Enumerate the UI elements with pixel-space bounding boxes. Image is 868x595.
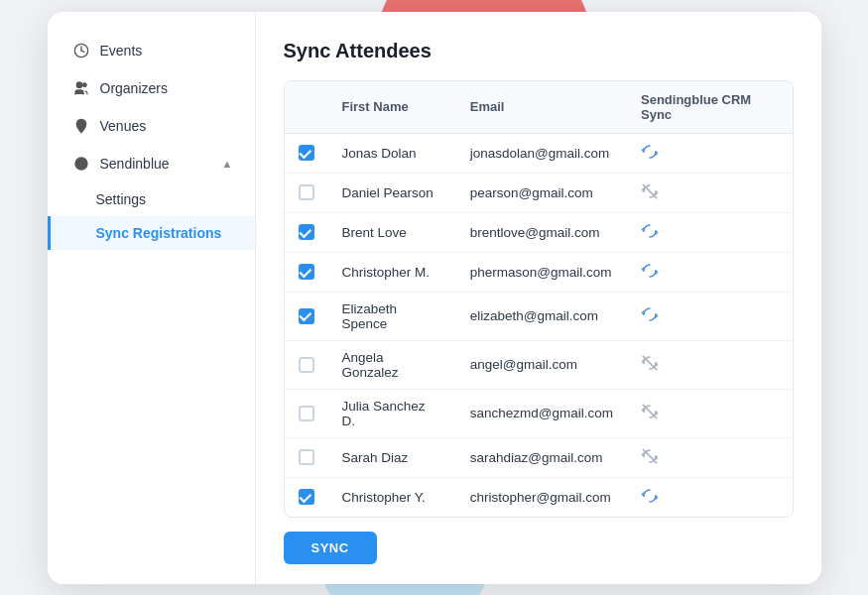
table-row: Sarah Diazsarahdiaz@gmail.com [285, 437, 793, 477]
row-6-email: sanchezmd@gmail.com [456, 389, 627, 437]
checkbox-row-1[interactable] [299, 184, 314, 200]
sidebar-subitem-sync-registrations[interactable]: Sync Registrations [48, 216, 255, 250]
settings-label: Settings [96, 191, 147, 207]
page-title: Sync Attendees [284, 40, 794, 62]
sync-icon-row-2 [641, 228, 659, 243]
row-3-email: phermason@gmail.com [456, 252, 627, 292]
table-row: Christopher Y.christopher@gmail.com [285, 477, 793, 517]
sync-icon-row-5 [641, 360, 659, 375]
svg-line-8 [643, 356, 657, 370]
sync-button-row: SYNC [284, 532, 794, 564]
svg-line-9 [643, 405, 657, 418]
checkbox-row-4[interactable] [299, 308, 314, 324]
sync-icon-row-7 [641, 453, 659, 468]
checkbox-row-8[interactable] [299, 489, 314, 505]
checkbox-row-2[interactable] [299, 224, 314, 240]
sendinblue-label: Sendinblue [100, 156, 170, 172]
events-label: Events [100, 43, 143, 59]
row-7-email: sarahdiaz@gmail.com [456, 437, 627, 477]
row-6-checkbox-cell [285, 389, 328, 437]
row-6-firstname: Julia Sanchez D. [328, 389, 456, 437]
col-checkbox [285, 81, 328, 134]
table-row: Elizabeth Spenceelizabeth@gmail.com [285, 292, 793, 340]
attendees-table: First Name Email Sendingblue CRM Sync Jo… [285, 81, 793, 517]
row-1-checkbox-cell [285, 173, 328, 212]
table-row: Christopher M.phermason@gmail.com [285, 252, 793, 292]
row-2-sync-status [627, 212, 793, 252]
sync-button[interactable]: SYNC [284, 532, 377, 564]
checkbox-row-6[interactable] [299, 406, 314, 421]
sidebar-item-events[interactable]: Events [48, 32, 255, 69]
col-email: Email [456, 81, 627, 134]
row-8-firstname: Christopher Y. [328, 477, 456, 517]
venues-label: Venues [100, 118, 147, 134]
row-2-firstname: Brent Love [328, 212, 456, 252]
table-header: First Name Email Sendingblue CRM Sync [285, 81, 793, 134]
chevron-up-icon: ▲ [222, 158, 233, 170]
sync-icon-row-3 [641, 268, 659, 283]
table-body: Jonas Dolanjonasdolan@gmail.com Daniel P… [285, 133, 793, 517]
row-7-checkbox-cell [285, 437, 328, 477]
row-3-checkbox-cell [285, 252, 328, 292]
row-0-firstname: Jonas Dolan [328, 133, 456, 173]
row-3-sync-status [627, 252, 793, 292]
main-card: Events Organizers Venues [48, 12, 821, 584]
row-2-checkbox-cell [285, 212, 328, 252]
row-0-sync-status [627, 133, 793, 173]
row-8-sync-status [627, 477, 793, 517]
sync-registrations-label: Sync Registrations [96, 225, 222, 241]
svg-line-7 [643, 184, 657, 198]
sendinblue-icon [72, 155, 90, 173]
checkbox-row-7[interactable] [299, 449, 314, 465]
svg-point-4 [82, 82, 86, 86]
sync-icon-row-8 [641, 493, 659, 508]
sidebar-item-organizers[interactable]: Organizers [48, 69, 255, 107]
table-row: Daniel Pearsonpearson@gmail.com [285, 173, 793, 212]
row-4-sync-status [627, 292, 793, 340]
row-3-firstname: Christopher M. [328, 252, 456, 292]
row-8-checkbox-cell [285, 477, 328, 517]
sync-icon-row-0 [641, 149, 659, 164]
row-5-checkbox-cell [285, 340, 328, 389]
row-0-email: jonasdolan@gmail.com [456, 133, 627, 173]
sidebar: Events Organizers Venues [48, 12, 256, 584]
row-4-checkbox-cell [285, 292, 328, 340]
sync-icon-row-1 [641, 188, 659, 203]
checkbox-row-0[interactable] [299, 145, 314, 161]
main-content: Sync Attendees First Name Email Sendingb… [256, 12, 821, 584]
table-row: Angela Gonzalezangel@gmail.com [285, 340, 793, 389]
svg-line-2 [81, 51, 84, 52]
sync-icon-row-4 [641, 311, 659, 326]
col-crm-sync: Sendingblue CRM Sync [627, 81, 793, 134]
sidebar-item-sendinblue[interactable]: Sendinblue ▲ [48, 145, 255, 182]
venues-icon [72, 117, 90, 135]
row-1-firstname: Daniel Pearson [328, 173, 456, 212]
table-row: Brent Lovebrentlove@gmail.com [285, 212, 793, 252]
row-5-email: angel@gmail.com [456, 340, 627, 389]
organizers-icon [72, 79, 90, 97]
calendar-icon [72, 42, 90, 60]
row-5-sync-status [627, 340, 793, 389]
svg-point-5 [79, 122, 82, 125]
sync-icon-row-6 [641, 409, 659, 423]
sidebar-item-venues[interactable]: Venues [48, 107, 255, 145]
col-firstname: First Name [328, 81, 456, 134]
table-row: Jonas Dolanjonasdolan@gmail.com [285, 133, 793, 173]
row-5-firstname: Angela Gonzalez [328, 340, 456, 389]
row-0-checkbox-cell [285, 133, 328, 173]
svg-point-3 [76, 82, 81, 87]
table-row: Julia Sanchez D.sanchezmd@gmail.com [285, 389, 793, 437]
row-6-sync-status [627, 389, 793, 437]
checkbox-row-5[interactable] [299, 357, 314, 373]
checkbox-row-3[interactable] [299, 264, 314, 280]
row-8-email: christopher@gmail.com [456, 477, 627, 517]
svg-line-10 [643, 449, 657, 463]
organizers-label: Organizers [100, 80, 168, 96]
row-7-sync-status [627, 437, 793, 477]
row-4-email: elizabeth@gmail.com [456, 292, 627, 340]
row-1-sync-status [627, 173, 793, 212]
row-1-email: pearson@gmail.com [456, 173, 627, 212]
row-7-firstname: Sarah Diaz [328, 437, 456, 477]
row-2-email: brentlove@gmail.com [456, 212, 627, 252]
sidebar-subitem-settings[interactable]: Settings [48, 182, 255, 216]
